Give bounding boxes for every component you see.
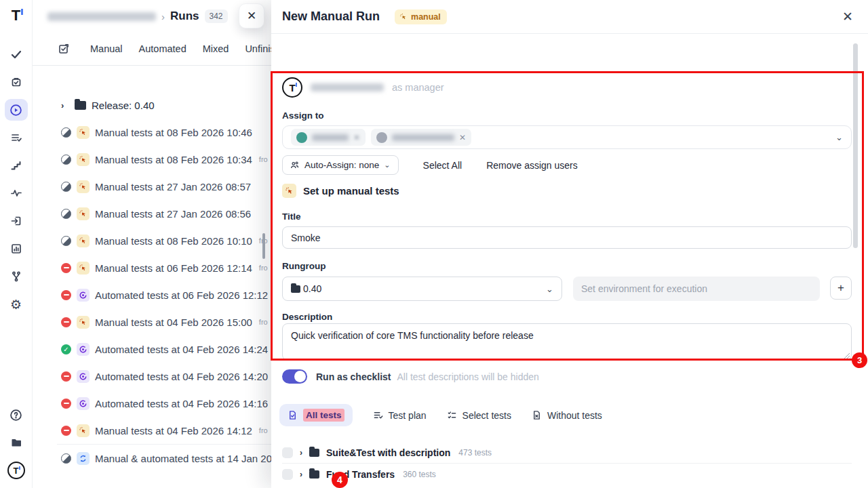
run-row[interactable]: Manual tests at 27 Jan 2026 08:56 xyxy=(33,200,271,227)
tab-unfinished[interactable]: Unfinished xyxy=(245,43,271,54)
suite-checkbox[interactable] xyxy=(282,447,293,458)
folder-icon xyxy=(75,101,86,110)
suite-count: 360 tests xyxy=(403,470,436,479)
bar-chart-icon[interactable] xyxy=(5,238,28,260)
run-row[interactable]: Automated tests at 04 Feb 2026 14:20 xyxy=(33,363,271,390)
add-environment-button[interactable]: + xyxy=(830,277,852,300)
status-inprogress-icon xyxy=(61,155,71,165)
chevron-right-icon[interactable]: › xyxy=(300,448,302,458)
auto-assign-button[interactable]: Auto-Assign: none ⌄ xyxy=(282,155,399,175)
remove-assign-users-link[interactable]: Remove assign users xyxy=(486,160,578,171)
list-check-icon[interactable] xyxy=(5,127,28,148)
assignees-select[interactable]: ✕ ✕ ⌄ xyxy=(282,125,852,149)
projects-folder-icon[interactable] xyxy=(5,432,28,453)
run-row[interactable]: Manual tests at 08 Feb 2026 10:46 xyxy=(33,119,271,146)
suite-checkbox[interactable] xyxy=(282,469,293,480)
modal-title: New Manual Run xyxy=(282,9,380,24)
run-label: Manual tests at 08 Feb 2026 10:10 xyxy=(95,235,252,247)
remove-chip-icon[interactable]: ✕ xyxy=(459,133,466,142)
assignee-avatar xyxy=(296,132,307,143)
breadcrumb-section[interactable]: Runs xyxy=(170,9,199,23)
tab-without-tests[interactable]: Without tests xyxy=(532,410,602,421)
status-inprogress-icon xyxy=(61,182,71,192)
import-icon[interactable] xyxy=(5,210,28,232)
activity-icon[interactable] xyxy=(5,182,28,204)
run-row[interactable]: Manual & automated tests at 14 Jan 2026 xyxy=(33,445,271,472)
run-label: Manual tests at 06 Feb 2026 12:14 xyxy=(95,262,252,274)
tab-all-tests[interactable]: All tests xyxy=(279,404,353,426)
suite-count: 473 tests xyxy=(458,448,492,458)
run-label: Manual tests at 27 Jan 2026 08:56 xyxy=(95,208,251,220)
plus-icon: + xyxy=(837,281,844,295)
panel-close-button[interactable]: ✕ xyxy=(239,3,264,28)
chevron-right-icon[interactable]: › xyxy=(61,100,69,110)
run-label: Manual tests at 27 Jan 2026 08:57 xyxy=(95,181,251,192)
environment-input[interactable] xyxy=(573,277,820,301)
status-inprogress-icon xyxy=(61,236,71,246)
branch-icon[interactable] xyxy=(5,266,28,287)
automated-run-icon xyxy=(77,343,90,356)
rungroup-select[interactable]: 0.40 ⌄ xyxy=(282,277,562,301)
run-label: Manual & automated tests at 14 Jan 2026 xyxy=(95,453,271,464)
owner-role: as manager xyxy=(392,82,444,93)
assignee-chip[interactable]: ✕ xyxy=(291,129,366,146)
chevron-right-icon[interactable]: › xyxy=(300,470,302,479)
app-rail: T ⚙ T xyxy=(0,0,33,488)
tab-select-tests[interactable]: Select tests xyxy=(447,410,511,421)
run-as-checklist-toggle[interactable] xyxy=(282,369,307,384)
run-label: Automated tests at 04 Feb 2026 14:20 xyxy=(95,371,268,382)
runs-list-scrollbar[interactable] xyxy=(262,233,265,259)
description-label: Description xyxy=(282,312,332,322)
tests-check-icon[interactable] xyxy=(5,43,28,65)
resize-grip-icon[interactable] xyxy=(844,352,850,359)
run-row[interactable]: Manual tests at 08 Feb 2026 10:10 fro xyxy=(33,227,271,254)
tab-select-tests-label: Select tests xyxy=(462,410,511,421)
manual-run-icon xyxy=(77,153,90,166)
run-row[interactable]: Manual tests at 04 Feb 2026 14:12 fro xyxy=(33,417,271,444)
runs-play-icon[interactable] xyxy=(5,99,28,121)
run-row[interactable]: Manual tests at 08 Feb 2026 10:34 fro xyxy=(33,146,271,173)
profile-avatar[interactable]: T xyxy=(5,460,28,481)
assignee-chip[interactable]: ✕ xyxy=(371,129,471,146)
suite-row[interactable]: › Fund Transfers 360 tests xyxy=(282,464,436,485)
tab-manual[interactable]: Manual xyxy=(90,43,123,54)
modal-scrollbar[interactable] xyxy=(853,43,858,248)
run-label: Manual tests at 08 Feb 2026 10:46 xyxy=(95,127,252,138)
stairs-icon[interactable] xyxy=(5,155,28,176)
suite-row[interactable]: › Suite&Test with description 473 tests xyxy=(282,442,492,464)
run-suffix: fro xyxy=(259,264,268,272)
run-row[interactable]: Manual tests at 06 Feb 2026 12:14 fro xyxy=(33,254,271,281)
run-row[interactable]: Manual tests at 04 Feb 2026 15:00 fro xyxy=(33,308,271,336)
tab-mixed[interactable]: Mixed xyxy=(203,43,229,54)
description-textarea[interactable]: Quick verification of core TMS functiona… xyxy=(282,323,852,361)
annotation-number-3: 3 xyxy=(852,352,867,368)
manual-run-icon xyxy=(77,316,90,329)
settings-gear-icon[interactable]: ⚙ xyxy=(5,293,28,315)
run-row[interactable]: Automated tests at 06 Feb 2026 12:12 xyxy=(33,281,271,308)
help-icon[interactable] xyxy=(5,404,28,426)
title-input[interactable] xyxy=(282,226,852,249)
tab-test-plan-label: Test plan xyxy=(389,410,427,421)
run-row[interactable]: Automated tests at 04 Feb 2026 14:16 xyxy=(33,390,271,417)
status-failed-icon xyxy=(61,426,71,436)
project-name-blurred[interactable] xyxy=(47,12,156,21)
select-all-runs-icon[interactable] xyxy=(58,43,70,55)
clipboard-check-icon[interactable] xyxy=(5,71,28,93)
select-all-link[interactable]: Select All xyxy=(423,160,462,171)
runs-panel: › Runs 342 ✕ Manual Automated Mixed Unfi… xyxy=(33,0,271,488)
app-logo[interactable]: T xyxy=(12,7,20,24)
remove-chip-icon[interactable]: ✕ xyxy=(353,133,360,142)
modal-close-icon[interactable]: ✕ xyxy=(838,9,857,24)
mixed-run-icon xyxy=(77,452,90,465)
run-label: Automated tests at 04 Feb 2026 14:16 xyxy=(95,398,268,409)
tab-test-plan[interactable]: Test plan xyxy=(373,410,427,421)
checklist-toggle-row: Run as checklist All test descriptions w… xyxy=(282,369,539,384)
rungroup-folder-row[interactable]: › Release: 0.40 xyxy=(33,92,271,119)
tab-automated[interactable]: Automated xyxy=(139,43,186,54)
owner-name-blurred xyxy=(311,83,384,92)
chevron-down-icon: ⌄ xyxy=(546,284,553,294)
run-row[interactable]: Automated tests at 04 Feb 2026 14:24 xyxy=(33,336,271,363)
assignee-avatar xyxy=(376,132,387,143)
chevron-down-icon[interactable]: ⌄ xyxy=(835,132,843,142)
run-row[interactable]: Manual tests at 27 Jan 2026 08:57 xyxy=(33,173,271,200)
